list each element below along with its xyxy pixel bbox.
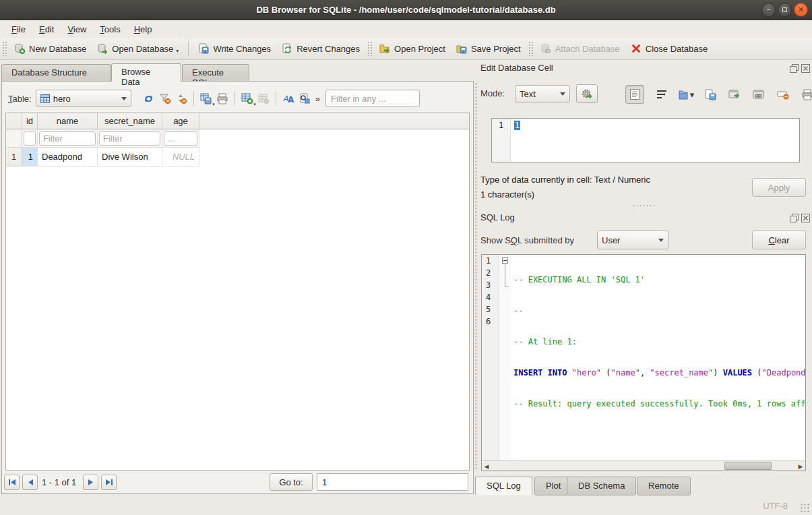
table-label: Table: [8,94,32,104]
last-page-button[interactable] [101,475,117,490]
first-page-button[interactable] [4,475,20,490]
encoding-indicator[interactable]: UTF-8 [763,501,788,511]
write-changes-button[interactable]: Write Changes [193,40,276,57]
goto-button[interactable]: Go to: [270,473,313,491]
column-header-secret-name[interactable]: secret_name [98,113,162,129]
print-button[interactable] [214,90,230,107]
find-in-table-button[interactable] [296,90,313,107]
mode-select[interactable]: Text [515,85,570,102]
save-project-icon [456,43,467,54]
menu-view[interactable]: View [61,22,92,36]
cell-editor-line-number: 1 [492,119,511,162]
text-mode-toggle-button[interactable] [625,85,644,104]
row-header[interactable]: 1 [6,148,22,166]
scroll-left-icon[interactable]: ◀ [482,462,491,471]
record-range-label: 1 - 1 of 1 [42,477,76,487]
write-changes-icon [198,43,209,54]
goto-record-input[interactable] [317,473,468,491]
column-header-age[interactable]: age [162,113,199,129]
tab-browse-data[interactable]: Browse Data [111,63,181,82]
horizontal-scrollbar[interactable]: ◀ ▶ [482,460,805,471]
next-page-button[interactable] [83,475,98,490]
revert-changes-button[interactable]: Revert Changes [276,40,365,57]
clear-filters-button[interactable] [157,90,173,107]
scroll-right-icon[interactable]: ▶ [796,462,805,471]
menu-file[interactable]: File [5,22,32,36]
insert-record-button[interactable]: ▾ [239,90,255,107]
scrollbar-thumb[interactable] [724,462,772,470]
cell-age[interactable]: NULL [162,148,199,166]
filter-input-name[interactable] [39,131,96,146]
new-database-button[interactable]: New Database [9,40,92,57]
set-null-button[interactable] [774,85,792,104]
menu-edit[interactable]: Edit [33,22,60,36]
open-database-dropdown-icon[interactable]: ▾ [176,48,179,54]
dock-close-icon[interactable] [801,214,810,222]
export-file-button[interactable] [701,85,720,104]
tab-database-structure[interactable]: Database Structure [1,64,111,82]
refresh-button[interactable] [141,90,157,107]
bottom-tab-db-schema[interactable]: DB Schema [567,477,636,495]
open-url-button[interactable] [749,85,768,104]
filter-any-column-input[interactable] [325,90,420,107]
format-font-button[interactable]: AA [280,90,296,107]
close-button[interactable]: ✕ [794,3,808,17]
menu-help[interactable]: Help [128,22,158,36]
toolbar-handle[interactable] [2,41,7,56]
table-select[interactable]: hero [36,90,131,107]
open-project-icon [379,43,390,54]
delete-record-button [255,90,272,107]
chevron-down-icon: ▾ [690,90,695,100]
bottom-tab-sql-log[interactable]: SQL Log [475,477,532,495]
cell-value-editor[interactable]: 1 1 [491,118,800,162]
data-grid[interactable]: id name secret_name age 1 1 Deadpond Div… [5,113,470,471]
tab-execute-sql[interactable]: Execute SQL [182,64,249,82]
clear-log-button[interactable]: Clear [752,231,806,249]
cell-id[interactable]: 1 [22,148,38,166]
import-file-button[interactable]: ▾ [677,85,695,104]
sql-fold-margin[interactable] [500,255,511,471]
open-external-button[interactable] [725,85,744,104]
dock-close-icon[interactable] [801,64,810,73]
cell-secret-name[interactable]: Dive Wilson [98,148,162,166]
dock-float-icon[interactable] [790,214,799,222]
sql-log-editor[interactable]: 1 2 3 4 5 6 -- EXECUTING ALL IN 'SQL 1' … [481,254,806,471]
corner-header[interactable] [6,113,22,129]
close-database-icon [631,43,642,54]
filter-input-id[interactable] [24,131,36,146]
fold-collapse-icon[interactable] [502,258,508,264]
maximize-button[interactable] [778,3,792,17]
cell-editor-content[interactable]: 1 [514,121,520,130]
filter-input-age[interactable] [164,131,197,146]
resize-grip[interactable] [800,503,809,512]
column-header-filler [199,113,469,129]
open-project-button[interactable]: Open Project [374,40,451,57]
toolbar-overflow-chevron[interactable]: » [315,94,320,104]
open-database-button[interactable]: Open Database ▾ [92,40,184,57]
toolbar-handle[interactable] [367,41,372,56]
bottom-tab-remote[interactable]: Remote [637,477,691,495]
cell-name[interactable]: Deadpond [38,148,98,166]
close-database-button[interactable]: Close Database [625,40,714,57]
cell-size-info: 1 character(s) [480,189,534,200]
menu-tools[interactable]: Tools [94,22,126,36]
clear-sorting-button[interactable] [173,90,189,107]
apply-format-button[interactable] [576,84,598,103]
previous-page-button[interactable] [22,475,38,490]
save-table-button[interactable]: ▾ [198,90,214,107]
sql-filter-select[interactable]: User [597,231,668,249]
panel-splitter[interactable] [475,82,477,471]
table-select-value: hero [53,94,71,104]
minimize-button[interactable]: − [761,3,776,17]
word-wrap-button[interactable] [652,85,671,104]
column-header-name[interactable]: name [38,113,98,129]
dock-float-icon[interactable] [790,64,799,73]
title-bar[interactable]: DB Browser for SQLite - /home/user/code/… [0,0,812,20]
filter-input-secret-name[interactable] [99,131,160,146]
toolbar-handle[interactable] [528,41,533,56]
print-cell-button[interactable] [798,85,812,104]
save-project-button[interactable]: Save Project [451,40,526,57]
dock-splitter-handle[interactable] [632,204,655,207]
column-header-id[interactable]: id [22,113,38,129]
toolbar-separator [188,41,189,56]
